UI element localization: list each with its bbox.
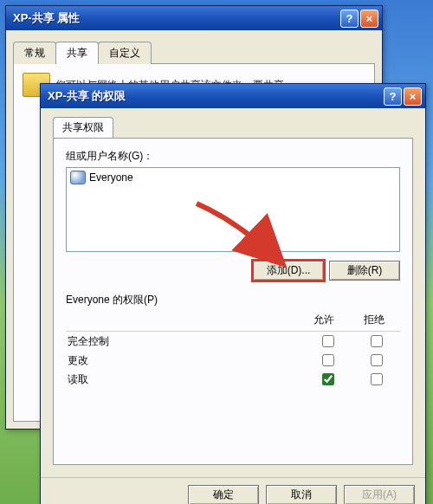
tab-share[interactable]: 共享	[55, 42, 99, 64]
back-window-title: XP-共享 属性	[13, 10, 339, 26]
allow-read-checkbox[interactable]	[322, 373, 334, 385]
perm-label: 完全控制	[66, 334, 303, 349]
close-button[interactable]: ×	[360, 10, 378, 28]
tab-custom[interactable]: 自定义	[98, 42, 152, 64]
perm-close-button[interactable]: ×	[404, 87, 422, 106]
remove-button[interactable]: 删除(R)	[329, 261, 400, 281]
tab-share-permissions[interactable]: 共享权限	[53, 117, 113, 138]
perm-help-button[interactable]: ?	[384, 87, 402, 106]
group-users-label: 组或用户名称(G)：	[66, 149, 400, 164]
deny-header: 拒绝	[364, 313, 385, 327]
add-button[interactable]: 添加(D)...	[253, 261, 324, 281]
back-window-titlebar: XP-共享 属性 ? ×	[6, 6, 382, 30]
allow-full-control-checkbox[interactable]	[322, 335, 334, 347]
tab-general[interactable]: 常规	[13, 42, 56, 64]
help-button[interactable]: ?	[340, 10, 359, 28]
deny-change-checkbox[interactable]	[371, 354, 383, 366]
perm-window-titlebar: XP-共享 的权限 ? ×	[41, 84, 425, 108]
ok-button[interactable]: 确定	[188, 485, 259, 504]
group-icon	[70, 171, 86, 184]
deny-read-checkbox[interactable]	[371, 373, 383, 385]
perm-row-full-control: 完全控制	[66, 332, 400, 351]
permissions-for-label: Everyone 的权限(P)	[66, 293, 400, 307]
perm-window-title: XP-共享 的权限	[48, 88, 382, 104]
allow-header: 允许	[313, 313, 334, 327]
perm-label: 更改	[66, 353, 303, 368]
perm-row-change: 更改	[66, 351, 400, 370]
group-users-listbox[interactable]: Everyone	[66, 167, 400, 252]
perm-row-read: 读取	[66, 370, 400, 389]
perm-label: 读取	[66, 372, 303, 387]
list-item-everyone[interactable]: Everyone	[68, 170, 397, 185]
list-item-label: Everyone	[89, 171, 133, 184]
deny-full-control-checkbox[interactable]	[371, 335, 383, 347]
allow-change-checkbox[interactable]	[322, 354, 334, 366]
cancel-button[interactable]: 取消	[266, 485, 337, 504]
apply-button: 应用(A)	[344, 485, 415, 504]
